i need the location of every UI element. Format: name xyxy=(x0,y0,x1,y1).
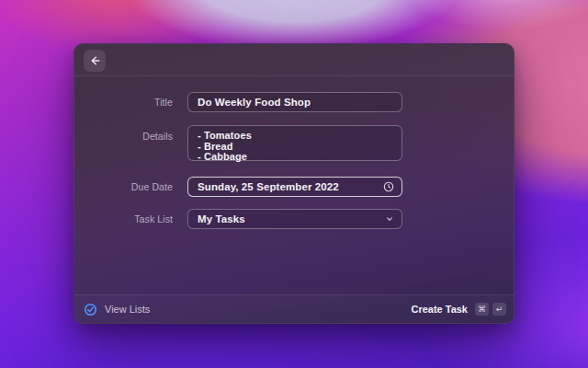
create-task-action: Create Task ⌘ ↵ xyxy=(411,303,506,316)
details-value: - Tomatoes - Bread - Cabbage xyxy=(198,131,252,163)
view-lists-label: View Lists xyxy=(105,304,150,315)
view-lists-button[interactable]: View Lists xyxy=(84,303,150,316)
title-value: Do Weekly Food Shop xyxy=(198,97,311,108)
create-task-button[interactable]: Create Task xyxy=(411,304,468,315)
tasks-check-circle-icon xyxy=(84,303,97,316)
window-footer: View Lists Create Task ⌘ ↵ xyxy=(74,294,514,323)
title-label: Title xyxy=(89,97,173,108)
task-list-label: Task List xyxy=(89,213,173,224)
due-date-label: Due Date xyxy=(89,181,173,192)
desktop-wallpaper: Title Do Weekly Food Shop Details - Toma… xyxy=(0,0,588,368)
details-label: Details xyxy=(89,125,173,142)
back-button[interactable] xyxy=(84,50,106,72)
due-date-input[interactable]: Sunday, 25 September 2022 xyxy=(187,177,402,197)
form-row-task-list: Task List My Tasks xyxy=(89,209,402,229)
back-arrow-icon xyxy=(88,54,101,67)
chevron-down-icon xyxy=(385,214,394,224)
window-titlebar xyxy=(74,44,514,76)
form-row-due-date: Due Date Sunday, 25 September 2022 xyxy=(89,177,402,197)
task-list-value: My Tasks xyxy=(198,213,245,224)
details-textarea[interactable]: - Tomatoes - Bread - Cabbage xyxy=(187,125,402,161)
cmd-keycap: ⌘ xyxy=(475,303,489,316)
title-input[interactable]: Do Weekly Food Shop xyxy=(187,92,402,112)
clock-icon xyxy=(383,181,394,192)
task-list-select[interactable]: My Tasks xyxy=(187,209,402,229)
form-row-title: Title Do Weekly Food Shop xyxy=(89,92,402,112)
return-keycap: ↵ xyxy=(492,303,506,316)
due-date-value: Sunday, 25 September 2022 xyxy=(198,181,339,192)
create-task-window: Title Do Weekly Food Shop Details - Toma… xyxy=(74,43,514,324)
form-row-details: Details - Tomatoes - Bread - Cabbage xyxy=(89,125,402,161)
